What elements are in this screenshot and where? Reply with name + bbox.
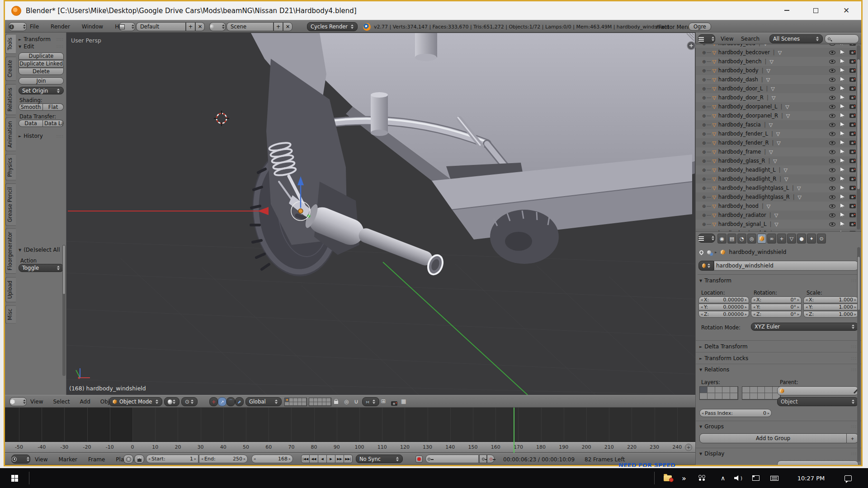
renderability-camera-icon[interactable] — [849, 231, 856, 231]
visibility-eye-icon[interactable] — [829, 69, 835, 73]
outliner-row[interactable]: ⊕▽hardbody_doorpanel_R|▽ — [696, 111, 861, 120]
rfactor-menu[interactable]: rFactor Menu — [656, 24, 691, 30]
renderability-camera-icon[interactable] — [849, 168, 856, 172]
outliner-search-field[interactable] — [825, 34, 859, 43]
panel-edit[interactable]: ▼Edit:::: — [19, 43, 64, 50]
editor-type-properties-button[interactable] — [698, 234, 715, 243]
title-bar[interactable]: Blender* [C:\Users\Mike\Desktop\Google D… — [5, 1, 861, 20]
menu-select[interactable]: Select — [53, 399, 70, 405]
outliner-row[interactable]: ⊕▽hardbody_body|▽ — [696, 66, 861, 75]
insert-keyframe-button[interactable] — [479, 455, 487, 463]
set-origin-dropdown[interactable]: Set Origin — [19, 87, 64, 94]
properties-scrollbar[interactable] — [857, 247, 860, 462]
object-name-icon-button[interactable] — [698, 261, 714, 271]
selectability-cursor-icon[interactable] — [840, 222, 844, 227]
screen-layout-field[interactable]: Default — [136, 22, 186, 31]
outliner-row[interactable]: ⊕▽hardbody_doorpanel_L|▽ — [696, 102, 861, 111]
lock-to-scene-button[interactable] — [334, 397, 338, 406]
toolshelf-tab-upload[interactable]: Upload — [5, 277, 16, 302]
delete-layout-button[interactable]: ✕ — [195, 22, 205, 31]
panel-deselect-all[interactable]: ▼(De)select All:: — [19, 247, 64, 253]
layer-cell[interactable] — [326, 398, 331, 402]
manipulator-translate-button[interactable]: ↗ — [218, 397, 226, 406]
visibility-eye-icon[interactable] — [829, 96, 835, 100]
menu-render[interactable]: Render — [51, 23, 70, 30]
tray-folder-notification[interactable] — [660, 468, 675, 488]
relations-layers-grid-1[interactable] — [699, 386, 738, 400]
loc-y-field[interactable]: ◂Y:0.00000▸ — [698, 304, 749, 310]
visibility-eye-icon[interactable] — [829, 132, 835, 136]
autokey-clock-button[interactable] — [123, 455, 133, 464]
panel-relations[interactable]: ▼Relations:::: — [699, 366, 859, 373]
outliner-row[interactable]: ⊕▽hardbody_headlightglass_R|▽ — [696, 192, 861, 202]
start-button[interactable] — [3, 468, 26, 488]
panel-display[interactable]: ▼Display:::: — [699, 450, 859, 457]
menu-frame[interactable]: Frame — [88, 456, 105, 463]
duplicate-linked-button[interactable]: Duplicate Linked — [19, 60, 64, 67]
renderability-camera-icon[interactable] — [849, 59, 856, 64]
scale-x-field[interactable]: ◂X:1.000▸ — [803, 296, 859, 303]
proportional-edit-button[interactable]: ◎ — [344, 399, 349, 405]
layer-cell[interactable] — [765, 393, 773, 399]
layer-cell[interactable] — [318, 398, 322, 402]
editor-type-3dview-button[interactable] — [9, 397, 27, 406]
mode-dropdown[interactable]: Object Mode — [109, 397, 162, 406]
toolshelf-tab-tools[interactable]: Tools — [5, 34, 16, 54]
visibility-eye-icon[interactable] — [829, 177, 835, 181]
layer-cell[interactable] — [285, 402, 289, 406]
selectability-cursor-icon[interactable] — [840, 68, 844, 73]
editor-type-info-button[interactable]: i — [9, 22, 27, 31]
selectability-cursor-icon[interactable] — [840, 204, 844, 209]
opengl-render-button[interactable] — [391, 399, 397, 408]
jump-to-start-button[interactable]: |◀◀ — [301, 455, 310, 463]
visibility-eye-icon[interactable] — [829, 114, 835, 118]
timeline-ruler[interactable]: -50-40-30-20-100102030405060708090100110… — [5, 442, 695, 453]
outliner-row[interactable]: ⊕▽hardbody_hood|▽ — [696, 202, 861, 211]
frame-start-field[interactable]: ◂Start:1▸ — [146, 455, 198, 463]
maximize-button[interactable] — [805, 4, 826, 17]
minimize-button[interactable] — [776, 4, 797, 17]
tray-network-icon[interactable] — [749, 468, 763, 488]
menu-file[interactable]: File — [30, 23, 39, 30]
layer-cell[interactable] — [700, 387, 708, 393]
tray-overflow-chevron[interactable]: » — [678, 468, 690, 488]
panel-transform[interactable]: ►Transform:::: — [19, 36, 64, 42]
prev-keyframe-button[interactable]: ◀◀ — [310, 455, 318, 463]
tray-hidden-icons-caret[interactable]: ∧ — [717, 468, 729, 488]
expand-icon[interactable]: ⊕ — [702, 131, 706, 136]
outliner-row[interactable]: ⊕▽hardbody_frame|▽ — [696, 147, 861, 156]
panel-transform-locks[interactable]: ►Transform Locks:::: — [699, 355, 859, 361]
physics-tab[interactable]: ⊙ — [817, 234, 826, 244]
selectability-cursor-icon[interactable] — [840, 231, 844, 232]
expand-icon[interactable]: ⊕ — [702, 86, 706, 91]
visibility-eye-icon[interactable] — [829, 195, 835, 199]
outliner-row[interactable]: ⊕▽hardbody_fender_L|▽ — [696, 129, 861, 138]
outliner-row[interactable]: ⊕▽hardbody_fascia|▽ — [696, 120, 861, 129]
layer-cell[interactable] — [289, 402, 294, 406]
loc-z-field[interactable]: ◂Z:0.00000▸ — [698, 311, 749, 318]
duplicate-button[interactable]: Duplicate — [19, 52, 64, 60]
renderability-camera-icon[interactable] — [849, 195, 856, 199]
rot-x-field[interactable]: ◂X:0°▸ — [751, 296, 802, 303]
shade-smooth-button[interactable]: Smooth — [19, 103, 43, 111]
outliner-row[interactable]: ⊕▽hardbody_bench|▽ — [696, 57, 861, 66]
selectability-cursor-icon[interactable] — [840, 186, 844, 191]
menu-view[interactable]: View — [30, 399, 43, 405]
renderability-camera-icon[interactable] — [849, 213, 856, 217]
selectability-cursor-icon[interactable] — [840, 159, 844, 164]
viewport-shading-dropdown[interactable] — [164, 397, 179, 406]
outliner-row[interactable]: ⊕▽hardbody_radiator|▽ — [696, 211, 861, 220]
renderability-camera-icon[interactable] — [849, 150, 856, 154]
layers-grid-1[interactable] — [284, 398, 307, 406]
tray-keyboard-icon[interactable] — [767, 468, 782, 488]
expand-icon[interactable]: ⊕ — [702, 150, 706, 155]
menu-view[interactable]: View — [35, 456, 47, 463]
material-tab[interactable]: ● — [797, 234, 806, 244]
renderability-camera-icon[interactable] — [849, 186, 856, 190]
outliner-row[interactable]: ⊕▽hardbody_door_L|▽ — [696, 84, 861, 93]
expand-icon[interactable]: ⊕ — [702, 68, 706, 73]
outliner-row[interactable]: ⊕▽hardbody_dash|▽ — [696, 75, 861, 84]
render-engine-dropdown[interactable]: Cycles Render — [307, 22, 358, 31]
expand-icon[interactable]: ⊕ — [702, 222, 706, 227]
renderability-camera-icon[interactable] — [849, 131, 856, 136]
